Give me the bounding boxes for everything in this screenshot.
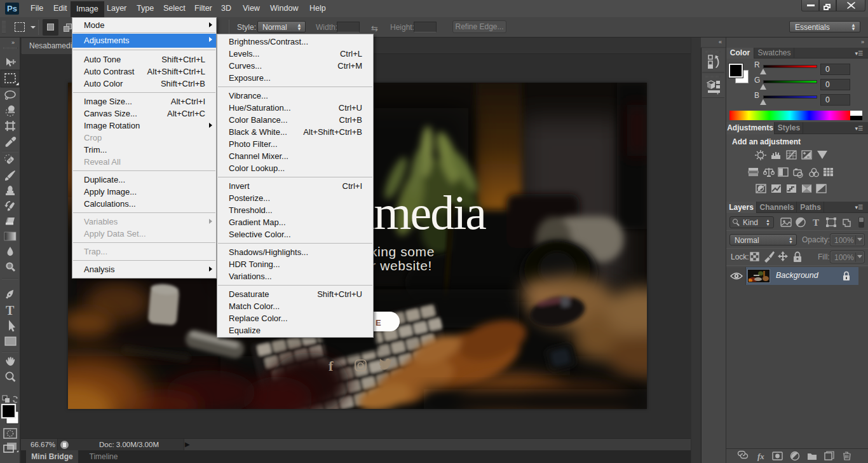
- svg-text:fx: fx: [757, 452, 764, 461]
- svg-text:E: E: [376, 318, 381, 328]
- svg-text:T: T: [813, 218, 819, 228]
- svg-text:f: f: [329, 358, 334, 374]
- svg-text:T: T: [6, 303, 15, 317]
